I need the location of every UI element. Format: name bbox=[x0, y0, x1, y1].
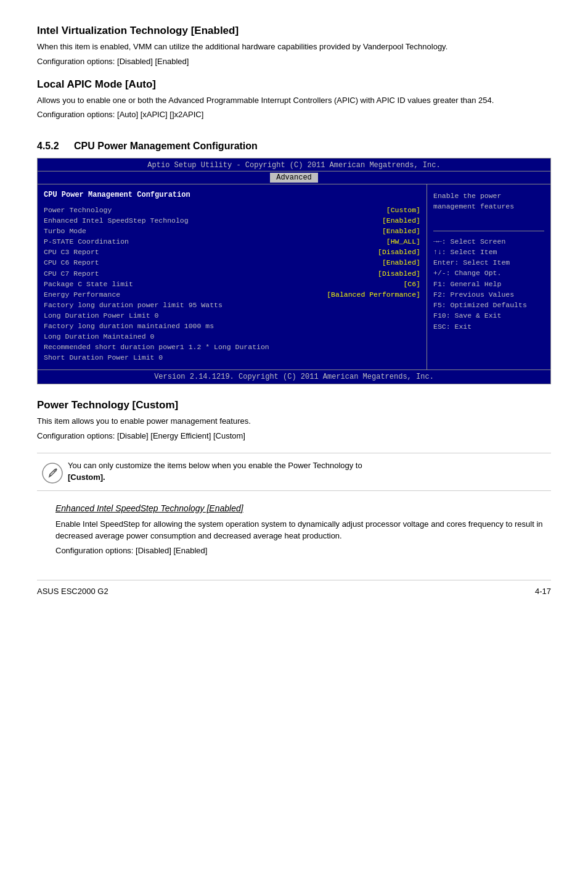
bios-row-label: Energy Performance bbox=[44, 290, 327, 300]
bios-section-header: 4.5.2 CPU Power Management Configuration bbox=[37, 141, 551, 152]
bios-key-item: F5: Optimized Defaults bbox=[433, 300, 544, 310]
intel-virt-config: Configuration options: [Disabled] [Enabl… bbox=[37, 57, 551, 66]
bios-tab-bar: Advanced bbox=[38, 171, 550, 184]
bios-row-label: CPU C3 Report bbox=[44, 247, 378, 257]
bios-title-bar: Aptio Setup Utility - Copyright (C) 2011… bbox=[38, 159, 550, 171]
svg-line-1 bbox=[54, 471, 55, 472]
bios-rows: Power Technology[Custom]Enhanced Intel S… bbox=[44, 205, 420, 363]
bios-row-value: [C6] bbox=[403, 279, 420, 289]
bios-help-text: Enable the power management features bbox=[433, 191, 544, 231]
local-apic-body: Allows you to enable one or both the Adv… bbox=[37, 94, 551, 107]
bios-row-plain: Short Duration Power Limit 0 bbox=[44, 353, 420, 363]
power-tech-section: Power Technology [Custom] This item allo… bbox=[37, 399, 551, 491]
speedstep-config: Configuration options: [Disabled] [Enabl… bbox=[55, 546, 551, 555]
bios-row-label: Turbo Mode bbox=[44, 226, 382, 236]
intel-virt-body: When this item is enabled, VMM can utili… bbox=[37, 41, 551, 53]
bios-left-pane: CPU Power Management Confguration Power … bbox=[38, 184, 427, 369]
bios-key-item: F1: General Help bbox=[433, 279, 544, 289]
speedstep-body: Enable Intel SpeedStep for allowing the … bbox=[55, 518, 551, 542]
intel-virt-section: Intel Virtualization Technology [Enabled… bbox=[37, 25, 551, 66]
bios-row-plain: Recommended short duration power1 1.2 * … bbox=[44, 342, 420, 352]
bios-row-value: [Disabled] bbox=[378, 269, 420, 279]
note-box: You can only customize the items below w… bbox=[37, 453, 551, 491]
bios-key-item: Enter: Select Item bbox=[433, 257, 544, 268]
bios-row-value: [Enabled] bbox=[382, 258, 420, 268]
bios-row-value: [Balanced Performance] bbox=[327, 290, 420, 300]
bios-row-value: [Disabled] bbox=[378, 247, 420, 257]
bios-row-plain: Long Duration Maintained 0 bbox=[44, 332, 420, 342]
bios-row-plain: Factory long duration power limit 95 Wat… bbox=[44, 300, 420, 310]
bios-footer: Version 2.14.1219. Copyright (C) 2011 Am… bbox=[38, 369, 550, 384]
bios-left-heading: CPU Power Management Confguration bbox=[44, 191, 420, 199]
note-body: You can only customize the items below w… bbox=[68, 461, 362, 470]
local-apic-section: Local APIC Mode [Auto] Allows you to ena… bbox=[37, 78, 551, 120]
local-apic-title: Local APIC Mode [Auto] bbox=[37, 78, 551, 91]
bios-key-item: ESC: Exit bbox=[433, 321, 544, 332]
bios-section-wrapper: 4.5.2 CPU Power Management Configuration… bbox=[37, 141, 551, 384]
bios-row-plain: Factory long duration maintained 1000 ms bbox=[44, 321, 420, 331]
note-text: You can only customize the items below w… bbox=[68, 460, 362, 484]
power-tech-body: This item allows you to enable power man… bbox=[37, 415, 551, 427]
svg-point-0 bbox=[43, 463, 62, 483]
bios-row-label: Package C State limit bbox=[44, 279, 403, 289]
local-apic-config: Configuration options: [Auto] [xAPIC] []… bbox=[37, 110, 551, 119]
footer-left: ASUS ESC2000 G2 bbox=[37, 587, 108, 596]
bios-row-value: [Enabled] bbox=[382, 216, 420, 226]
intel-virt-title: Intel Virtualization Technology [Enabled… bbox=[37, 25, 551, 37]
bios-key-item: +/-: Change Opt. bbox=[433, 268, 544, 278]
bios-section-title: CPU Power Management Configuration bbox=[74, 141, 258, 151]
bios-section-number: 4.5.2 bbox=[37, 141, 59, 151]
bios-row-value: [Enabled] bbox=[382, 226, 420, 236]
bios-tab-advanced[interactable]: Advanced bbox=[270, 173, 318, 183]
bios-row-label: Power Technology bbox=[44, 205, 386, 215]
bios-key-item: ↑↓: Select Item bbox=[433, 247, 544, 257]
speedstep-section: Enhanced Intel SpeedStep Technology [Ena… bbox=[37, 503, 551, 555]
note-bold: [Custom]. bbox=[68, 472, 105, 482]
bios-help-top: Enable the power management features bbox=[433, 192, 514, 210]
bios-key-item: F10: Save & Exit bbox=[433, 310, 544, 321]
power-tech-config: Configuration options: [Disable] [Energy… bbox=[37, 431, 551, 440]
bios-row-label: CPU C7 Report bbox=[44, 269, 378, 279]
bios-row-plain: Long Duration Power Limit 0 bbox=[44, 311, 420, 321]
bios-key-item: →←: Select Screen bbox=[433, 236, 544, 247]
bios-row-value: [HW_ALL] bbox=[386, 237, 420, 247]
bios-row-label: Enhanced Intel SpeedStep Technolog bbox=[44, 216, 382, 226]
bios-body: CPU Power Management Confguration Power … bbox=[38, 184, 550, 369]
bios-key-help: →←: Select Screen↑↓: Select ItemEnter: S… bbox=[433, 236, 544, 332]
pencil-icon bbox=[37, 460, 68, 484]
bios-key-item: F2: Previous Values bbox=[433, 289, 544, 300]
bios-right-pane: Enable the power management features →←:… bbox=[427, 184, 550, 369]
bios-container: Aptio Setup Utility - Copyright (C) 2011… bbox=[37, 158, 551, 384]
power-tech-title: Power Technology [Custom] bbox=[37, 399, 551, 411]
bios-row-value: [Custom] bbox=[386, 205, 420, 215]
page-footer: ASUS ESC2000 G2 4-17 bbox=[37, 580, 551, 596]
footer-right: 4-17 bbox=[535, 587, 551, 596]
bios-row-label: P-STATE Coordination bbox=[44, 237, 386, 247]
speedstep-heading: Enhanced Intel SpeedStep Technology [Ena… bbox=[55, 503, 551, 513]
bios-row-label: CPU C6 Report bbox=[44, 258, 382, 268]
